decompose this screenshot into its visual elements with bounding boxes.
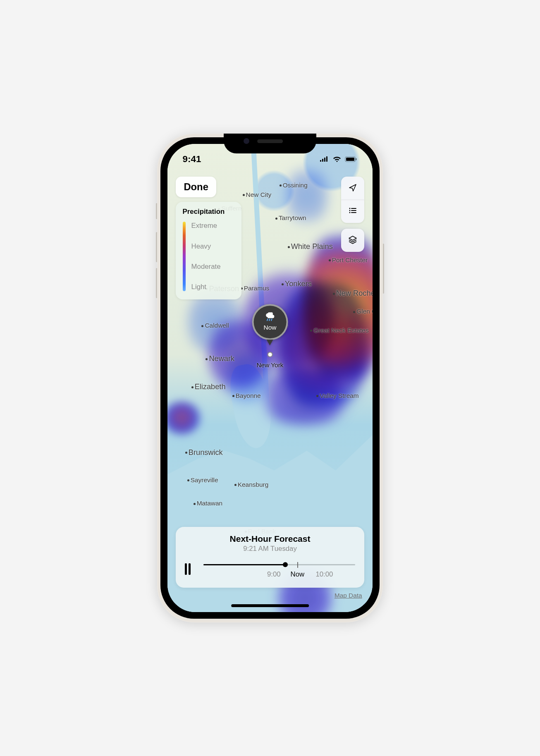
city-label: Tarrytown: [274, 214, 306, 222]
tick-label: 10:00: [315, 570, 333, 579]
cellular-icon: [320, 156, 329, 162]
legend-level: Extreme: [191, 222, 221, 230]
city-label: Brunswick: [184, 448, 223, 457]
svg-point-8: [349, 210, 351, 211]
forecast-subtitle: 9:21 AM Tuesday: [185, 545, 355, 553]
city-label: Newark: [204, 354, 234, 363]
now-marker: [297, 562, 298, 568]
city-label: Matawan: [192, 500, 222, 507]
svg-rect-3: [326, 156, 327, 162]
tick-label: Now: [291, 570, 305, 579]
svg-rect-0: [320, 160, 321, 162]
battery-icon: [345, 156, 357, 162]
svg-point-9: [349, 212, 351, 213]
city-label: Bayonne: [231, 392, 261, 400]
rain-icon: [265, 312, 275, 323]
city-label: White Plains: [287, 242, 333, 251]
locations-list-button[interactable]: [341, 200, 364, 223]
location-label: New York: [256, 361, 283, 369]
svg-rect-5: [346, 158, 354, 161]
city-label: Caldwell: [200, 322, 229, 329]
status-time: 9:41: [183, 154, 201, 165]
next-hour-forecast-card: Next-Hour Forecast 9:21 AM Tuesday 9:00 …: [176, 527, 364, 588]
forecast-timeline[interactable]: 9:00 Now 10:00: [203, 561, 355, 577]
legend-level: Heavy: [191, 242, 221, 251]
city-label: New City: [241, 191, 272, 199]
location-dot: [268, 352, 273, 357]
pin-label: Now: [264, 324, 277, 331]
home-indicator: [231, 604, 309, 607]
current-location-pin[interactable]: Now: [252, 304, 288, 345]
location-arrow-icon: [348, 183, 357, 194]
svg-rect-2: [324, 158, 325, 162]
pause-button[interactable]: [185, 563, 195, 575]
city-label: Sayreville: [186, 476, 218, 484]
svg-rect-6: [356, 158, 357, 160]
city-label: Elizabeth: [190, 383, 226, 391]
city-label: Great Neck Estates: [309, 327, 368, 334]
city-label: Paramus: [239, 285, 270, 292]
legend-level: Light: [191, 283, 221, 291]
city-label: Port Chester: [327, 256, 368, 264]
map-data-label: Map Data: [335, 592, 362, 599]
timeline-thumb[interactable]: [283, 562, 288, 567]
wifi-icon: [332, 156, 342, 162]
notch: [224, 134, 316, 153]
done-label: Done: [184, 181, 208, 192]
city-label: Valley Stream: [315, 392, 359, 400]
city-label: Yonkers: [280, 280, 312, 288]
map-layers-button[interactable]: [341, 229, 364, 252]
svg-point-7: [349, 208, 351, 209]
legend-title: Precipitation: [183, 208, 235, 216]
screen: OssiningNew CitySuffernTarrytownWhite Pl…: [167, 144, 373, 612]
svg-rect-1: [322, 159, 323, 162]
legend-gradient: [183, 222, 186, 291]
map-data-link[interactable]: Map Data: [335, 592, 362, 599]
layers-icon: [348, 235, 357, 246]
tick-label: 9:00: [267, 570, 281, 579]
city-label: New Rochelle: [332, 289, 373, 298]
city-label: Glen Cove: [352, 308, 373, 315]
iphone-device: OssiningNew CitySuffernTarrytownWhite Pl…: [157, 134, 383, 622]
city-label: Ossining: [278, 182, 308, 189]
done-button[interactable]: Done: [176, 177, 217, 197]
locate-me-button[interactable]: [341, 177, 364, 200]
list-icon: [348, 206, 357, 217]
city-label: Keansburg: [233, 481, 268, 488]
precipitation-legend: Precipitation Extreme Heavy Moderate Lig…: [176, 202, 242, 299]
legend-level: Moderate: [191, 263, 221, 271]
forecast-title: Next-Hour Forecast: [185, 534, 355, 544]
